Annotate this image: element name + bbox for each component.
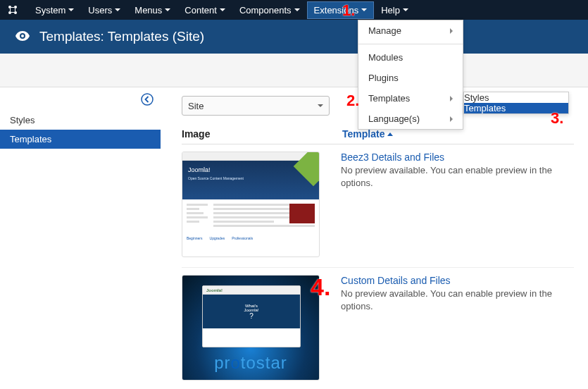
title-bar: Templates: Templates (Site) [0,20,588,54]
sidebar-item-styles[interactable]: Styles [0,111,161,130]
nav-components[interactable]: Components [232,1,307,19]
sort-asc-icon [387,132,393,136]
nav-system[interactable]: System [28,1,81,19]
sidebar: Styles Templates [0,87,161,389]
template-link[interactable]: Custom Details and Files [341,275,451,286]
template-thumbnail[interactable]: Joomla! Open Source Content Management B… [182,152,320,257]
caret-down-icon [403,8,408,11]
dropdown-item-modules[interactable]: Modules [358,47,463,68]
svg-point-4 [142,94,153,105]
toolbar [0,54,588,87]
dropdown-item-languages[interactable]: Language(s) [358,109,463,129]
chevron-right-icon [450,28,453,34]
svg-point-0 [8,6,11,8]
sidebar-item-templates[interactable]: Templates [0,130,161,149]
caret-down-icon [294,8,300,11]
page-title: Templates: Templates (Site) [39,29,204,44]
column-image[interactable]: Image [182,128,342,140]
eye-icon [15,31,30,43]
template-desc: No preview available. You can enable pre… [341,164,574,190]
nav-content[interactable]: Content [177,1,232,19]
svg-point-2 [8,11,11,14]
caret-down-icon [318,104,323,107]
template-thumbnail[interactable]: Joomla! What'sJoomla!? protostar [182,275,320,381]
caret-down-icon [115,8,120,11]
annotation-3: 3. [551,109,563,128]
caret-down-icon [165,8,170,11]
dropdown-item-plugins[interactable]: Plugins [358,68,463,88]
chevron-right-icon [450,96,453,101]
dropdown-item-templates[interactable]: Templates [358,88,463,109]
svg-point-3 [14,11,17,14]
svg-point-1 [14,6,17,8]
annotation-4: 4. [311,273,330,301]
filter-client-select[interactable]: Site [182,96,330,116]
caret-down-icon [220,8,225,11]
table-row: Joomla! Open Source Content Management B… [182,144,574,268]
main-content: Site Image Template Joomla! Open Source … [161,87,588,389]
filter-selected-value: Site [188,101,204,111]
template-link[interactable]: Beez3 Details and Files [341,152,444,163]
back-arrow-icon[interactable] [141,93,154,109]
joomla-logo-icon[interactable] [6,3,20,17]
dropdown-item-manage[interactable]: Manage [358,20,463,41]
caret-down-icon [68,8,74,11]
nav-menus[interactable]: Menus [127,1,177,19]
table-row: Joomla! What'sJoomla!? protostar Custom … [182,268,574,389]
nav-help[interactable]: Help [374,1,415,19]
nav-users[interactable]: Users [81,1,127,19]
columns-header: Image Template [182,128,574,144]
nav-extensions[interactable]: Extensions [307,1,375,19]
extensions-dropdown: Manage Modules Plugins Templates Languag… [358,20,463,130]
dropdown-separator [358,44,463,44]
chevron-right-icon [450,116,453,122]
column-template[interactable]: Template [342,128,393,140]
template-desc: No preview available. You can enable pre… [341,288,574,313]
caret-down-icon [361,8,367,11]
top-nav: System Users Menus Content Components Ex… [0,0,588,20]
annotation-1: 1. [342,1,355,20]
annotation-2: 2. [346,92,359,110]
submenu-item-styles[interactable]: Styles [464,92,568,103]
